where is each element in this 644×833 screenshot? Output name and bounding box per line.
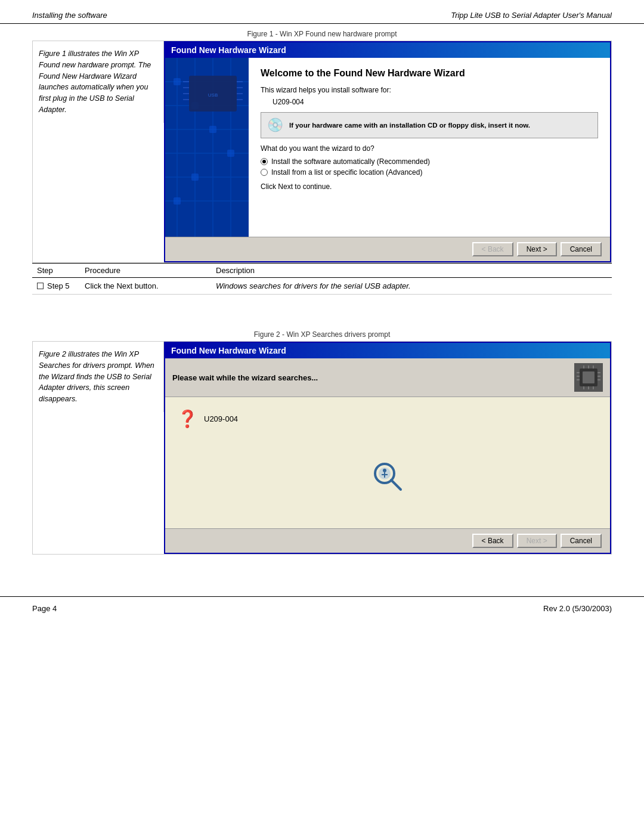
question-icon: ❓ bbox=[177, 409, 198, 429]
figure1-area: Figure 1 illustrates the Win XP Found ne… bbox=[32, 41, 612, 263]
wizard-dialog-1: Found New Hardware Wizard bbox=[164, 41, 611, 262]
steps-table: Step Procedure Description Step 5 Click … bbox=[32, 263, 612, 295]
row-description: Windows searches for drivers for the ser… bbox=[211, 278, 612, 295]
figure2-side-text: Figure 2 illustrates the Win XP Searches… bbox=[33, 342, 164, 412]
svg-point-44 bbox=[383, 469, 386, 472]
wizard2-title: Found New Hardware Wizard bbox=[171, 346, 286, 355]
wizard1-next-button[interactable]: Next > bbox=[517, 242, 557, 256]
figure2-area: Figure 2 illustrates the Win XP Searches… bbox=[32, 341, 612, 555]
radio-manual-label: Install from a list or specific location… bbox=[271, 168, 422, 176]
col-step: Step bbox=[32, 264, 80, 278]
radio-auto-label: Install the software automatically (Reco… bbox=[271, 157, 430, 166]
wizard1-device: U209-004 bbox=[273, 98, 598, 106]
footer-left: Page 4 bbox=[32, 604, 57, 613]
col-description: Description bbox=[211, 264, 612, 278]
svg-rect-13 bbox=[209, 126, 216, 133]
radio-manual-icon[interactable] bbox=[261, 169, 268, 176]
page-header: Installing the software Tripp Lite USB t… bbox=[0, 0, 644, 24]
wizard1-click-next: Click Next to continue. bbox=[261, 182, 598, 191]
step-checkbox-icon[interactable] bbox=[37, 283, 44, 289]
wizard2-topbar: Please wait while the wizard searches... bbox=[165, 358, 610, 397]
svg-line-43 bbox=[391, 480, 401, 490]
wizard1-left-panel: USB bbox=[165, 58, 249, 237]
wizard2-cancel-button[interactable]: Cancel bbox=[561, 534, 602, 548]
search-animation-container bbox=[177, 459, 598, 494]
wizard1-body: USB Welcome to the Found New Hardware Wi… bbox=[165, 58, 610, 237]
radio-item-2: Install from a list or specific location… bbox=[261, 168, 598, 176]
svg-rect-11 bbox=[174, 78, 181, 85]
figure2-caption: Figure 2 - Win XP Searches drivers promp… bbox=[32, 330, 612, 339]
wizard-dialog-2: Found New Hardware Wizard Please wait wh… bbox=[164, 342, 611, 554]
radio-auto-icon[interactable] bbox=[261, 158, 268, 165]
wizard2-footer: < Back Next > Cancel bbox=[165, 528, 610, 553]
cd-notice-text: If your hardware came with an installati… bbox=[289, 122, 530, 129]
header-left: Installing the software bbox=[32, 11, 107, 20]
wizard1-intro: This wizard helps you install software f… bbox=[261, 86, 598, 94]
wizard2-back-button[interactable]: < Back bbox=[472, 534, 513, 548]
svg-rect-14 bbox=[227, 150, 234, 157]
header-right: Tripp Lite USB to Serial Adapter User's … bbox=[451, 11, 612, 20]
wizard2-body: ❓ U209-004 bbox=[165, 397, 610, 528]
device-row: ❓ U209-004 bbox=[177, 409, 238, 429]
figure1-side-text: Figure 1 illustrates the Win XP Found ne… bbox=[33, 41, 164, 123]
svg-rect-15 bbox=[191, 174, 199, 181]
svg-text:USB: USB bbox=[208, 92, 218, 98]
row-step: Step 5 bbox=[32, 278, 80, 295]
magnify-search-icon bbox=[370, 459, 405, 494]
wizard2-device: U209-004 bbox=[204, 414, 238, 423]
cd-notice: 💿 If your hardware came with an installa… bbox=[261, 112, 598, 138]
radio-item-1: Install the software automatically (Reco… bbox=[261, 157, 598, 166]
circuit-bg-icon: USB bbox=[165, 58, 249, 237]
table-row: Step 5 Click the Next button. Windows se… bbox=[32, 278, 612, 295]
wizard1-titlebar: Found New Hardware Wizard bbox=[165, 42, 610, 58]
figure1-caption: Figure 1 - Win XP Found new hardware pro… bbox=[32, 30, 612, 38]
cd-icon: 💿 bbox=[267, 117, 283, 133]
wizard1-title: Found New Hardware Wizard bbox=[171, 45, 286, 55]
footer-right: Rev 2.0 (5/30/2003) bbox=[543, 604, 612, 613]
radio-group: Install the software automatically (Reco… bbox=[261, 157, 598, 176]
col-procedure: Procedure bbox=[80, 264, 211, 278]
wizard1-question: What do you want the wizard to do? bbox=[261, 144, 598, 153]
page-content: Figure 1 - Win XP Found new hardware pro… bbox=[0, 24, 644, 584]
wizard1-back-button[interactable]: < Back bbox=[472, 242, 513, 256]
step-label: Step 5 bbox=[47, 281, 70, 290]
section-1: Figure 1 - Win XP Found new hardware pro… bbox=[32, 30, 612, 295]
svg-rect-16 bbox=[174, 197, 181, 205]
wizard1-cancel-button[interactable]: Cancel bbox=[561, 242, 602, 256]
wizard2-searching-text: Please wait while the wizard searches... bbox=[172, 373, 318, 382]
wizard1-heading: Welcome to the Found New Hardware Wizard bbox=[261, 67, 598, 80]
page-footer: Page 4 Rev 2.0 (5/30/2003) bbox=[0, 596, 644, 620]
row-description-text: Windows searches for drivers for the ser… bbox=[216, 281, 411, 290]
wizard2-next-button[interactable]: Next > bbox=[517, 534, 557, 548]
hw-chip-icon bbox=[577, 366, 600, 389]
section-2: Figure 2 - Win XP Searches drivers promp… bbox=[32, 330, 612, 555]
wizard1-right-panel: Welcome to the Found New Hardware Wizard… bbox=[249, 58, 610, 237]
row-procedure: Click the Next button. bbox=[80, 278, 211, 295]
wizard2-titlebar: Found New Hardware Wizard bbox=[165, 343, 610, 358]
wizard1-footer: < Back Next > Cancel bbox=[165, 237, 610, 261]
hardware-icon bbox=[574, 363, 603, 392]
svg-rect-28 bbox=[583, 371, 595, 383]
